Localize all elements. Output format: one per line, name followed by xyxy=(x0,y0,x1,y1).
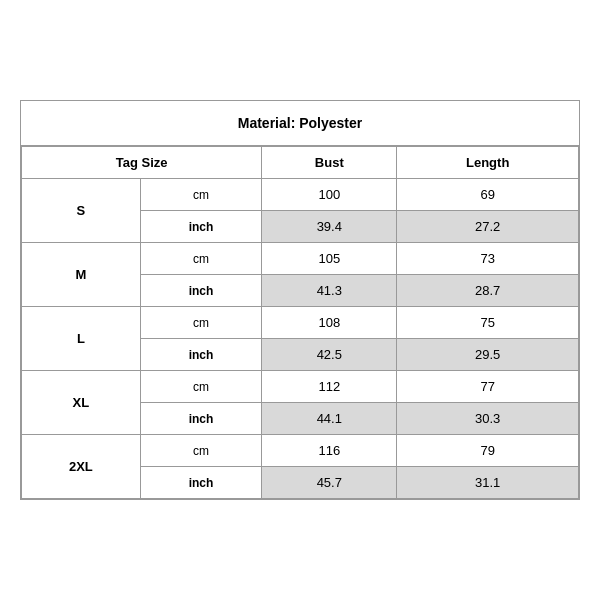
table-row: XLcm11277 xyxy=(22,371,579,403)
bust-inch-value: 45.7 xyxy=(262,467,397,499)
title-text: Material: Polyester xyxy=(238,115,363,131)
length-inch-value: 27.2 xyxy=(397,211,579,243)
table-row: Scm10069 xyxy=(22,179,579,211)
bust-inch-value: 41.3 xyxy=(262,275,397,307)
table-row: Lcm10875 xyxy=(22,307,579,339)
table-title: Material: Polyester xyxy=(21,101,579,146)
unit-cm-cell: cm xyxy=(140,371,261,403)
unit-cm-cell: cm xyxy=(140,435,261,467)
table-row: Mcm10573 xyxy=(22,243,579,275)
unit-inch-cell: inch xyxy=(140,403,261,435)
bust-inch-value: 39.4 xyxy=(262,211,397,243)
bust-cm-value: 116 xyxy=(262,435,397,467)
bust-cm-value: 108 xyxy=(262,307,397,339)
bust-cm-value: 112 xyxy=(262,371,397,403)
bust-header: Bust xyxy=(262,147,397,179)
tag-size-cell: S xyxy=(22,179,141,243)
unit-cm-cell: cm xyxy=(140,179,261,211)
bust-cm-value: 105 xyxy=(262,243,397,275)
tag-size-cell: XL xyxy=(22,371,141,435)
unit-inch-cell: inch xyxy=(140,467,261,499)
length-inch-value: 28.7 xyxy=(397,275,579,307)
length-cm-value: 79 xyxy=(397,435,579,467)
unit-inch-cell: inch xyxy=(140,275,261,307)
tag-size-cell: 2XL xyxy=(22,435,141,499)
table-row: 2XLcm11679 xyxy=(22,435,579,467)
tag-size-cell: L xyxy=(22,307,141,371)
bust-cm-value: 100 xyxy=(262,179,397,211)
unit-inch-cell: inch xyxy=(140,211,261,243)
length-inch-value: 30.3 xyxy=(397,403,579,435)
tag-size-header: Tag Size xyxy=(22,147,262,179)
size-table: Tag Size Bust Length Scm10069inch39.427.… xyxy=(21,146,579,499)
length-header: Length xyxy=(397,147,579,179)
unit-inch-cell: inch xyxy=(140,339,261,371)
length-cm-value: 73 xyxy=(397,243,579,275)
unit-cm-cell: cm xyxy=(140,307,261,339)
length-cm-value: 75 xyxy=(397,307,579,339)
length-cm-value: 77 xyxy=(397,371,579,403)
bust-inch-value: 44.1 xyxy=(262,403,397,435)
bust-inch-value: 42.5 xyxy=(262,339,397,371)
size-chart: Material: Polyester Tag Size Bust Length… xyxy=(20,100,580,500)
length-inch-value: 31.1 xyxy=(397,467,579,499)
length-cm-value: 69 xyxy=(397,179,579,211)
unit-cm-cell: cm xyxy=(140,243,261,275)
tag-size-cell: M xyxy=(22,243,141,307)
length-inch-value: 29.5 xyxy=(397,339,579,371)
